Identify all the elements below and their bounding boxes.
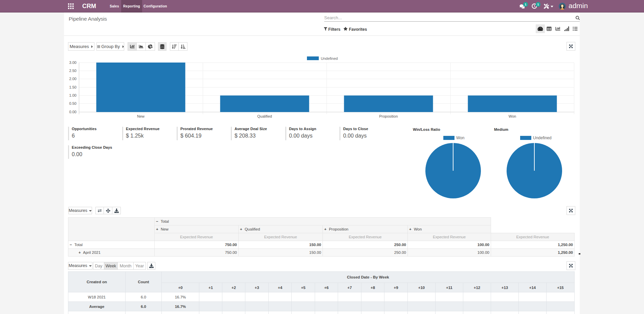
svg-text:1.50: 1.50	[69, 85, 76, 89]
svg-text:New: New	[137, 114, 145, 118]
svg-text:3.00: 3.00	[69, 61, 76, 65]
svg-text:2.50: 2.50	[69, 69, 76, 73]
svg-text:Proposition: Proposition	[379, 114, 398, 118]
svg-text:Undefined: Undefined	[533, 136, 552, 140]
svg-text:0.00: 0.00	[69, 110, 76, 114]
svg-text:Won: Won	[509, 114, 516, 118]
svg-text:0.50: 0.50	[69, 101, 76, 105]
svg-text:1.00: 1.00	[69, 93, 76, 97]
svg-text:Undefined: Undefined	[321, 56, 338, 61]
svg-text:Won: Won	[456, 136, 464, 140]
svg-text:Qualified: Qualified	[257, 114, 272, 118]
svg-text:2.00: 2.00	[69, 77, 76, 81]
